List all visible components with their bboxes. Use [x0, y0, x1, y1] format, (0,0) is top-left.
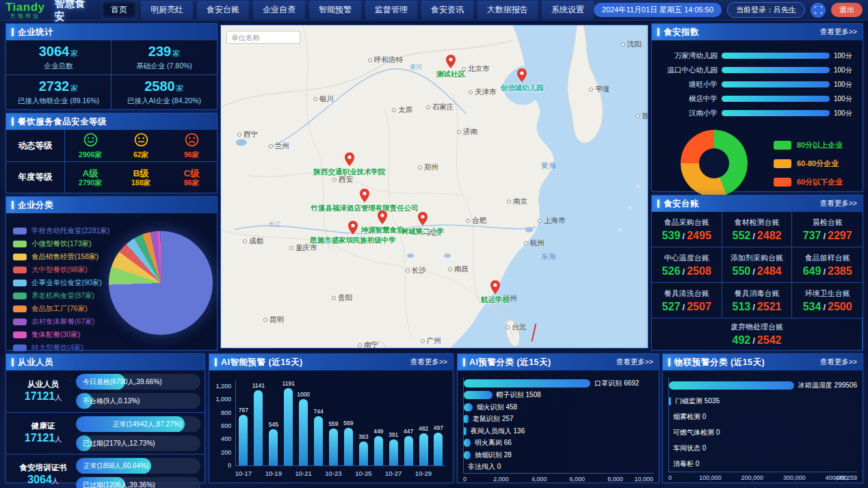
legend-swatch: [13, 254, 27, 260]
ledger-numbers: 513/2521: [733, 301, 782, 313]
map-marker-pin[interactable]: [378, 211, 387, 224]
panel-enterprise-class: 企业分类 学校含幼托食堂(2281家)小微型餐饮(173家)食品销售经营(158…: [5, 196, 218, 351]
map-marker-pin[interactable]: [418, 212, 428, 226]
panel-header: AI预警分类 (近15天) 查看更多>>: [458, 354, 659, 370]
nav-item-4[interactable]: 企业自查: [253, 1, 305, 19]
ledger-done-count: 527: [662, 301, 681, 312]
panel-safety-grade: 餐饮服务食品安全等级 动态等级2906家62家96家年度等级A级2790家B级1…: [5, 113, 218, 193]
logo-sub-text: 天地伟业: [5, 14, 44, 19]
nav-item-7[interactable]: 食安资讯: [421, 1, 473, 19]
map-city-6: 太原: [392, 105, 412, 115]
map-marker-pin[interactable]: [345, 152, 354, 166]
legend-swatch: [13, 293, 27, 299]
view-more-link[interactable]: 查看更多>>: [820, 199, 857, 208]
school-name: 塘旺小学: [655, 80, 718, 90]
nav-item-6[interactable]: 监督管理: [365, 1, 417, 19]
nav-item-5[interactable]: 智能预警: [309, 1, 361, 19]
ledger-separator: /: [823, 231, 826, 241]
ai-bar: [359, 442, 368, 465]
iot-class-chart: 冰箱温湿度 299506门磁监测 5035烟雾检测 0可燃气体检测 0车间状态 …: [663, 370, 863, 483]
nav-item-3[interactable]: 食安台账: [197, 1, 249, 19]
map-marker-label: 创信城幼儿园: [501, 83, 544, 93]
iot-class-label: 车间状态 0: [673, 444, 706, 453]
index-bar-fill: [722, 110, 830, 116]
ledger-numbers: 534/2500: [803, 301, 852, 313]
ai-x-label: 10-27: [380, 470, 407, 477]
map-marker-pin[interactable]: [517, 68, 527, 82]
city-name: 台北: [512, 323, 526, 332]
index-bar-track: [722, 67, 830, 73]
map-sea-label-2: 东海: [541, 252, 556, 262]
view-more-link[interactable]: 查看更多>>: [820, 27, 857, 37]
ai-bar-value: 1191: [282, 380, 295, 387]
ledger-name: 环境卫生台账: [805, 288, 850, 299]
index-bar-fill: [722, 67, 830, 73]
city-dot: [507, 200, 511, 204]
index-score: 100分: [834, 66, 856, 75]
logo-main-text: Tiandy: [5, 1, 44, 13]
nav-item-2[interactable]: 明厨亮灶: [141, 1, 193, 19]
logout-button[interactable]: 退出: [831, 3, 863, 17]
city-dot: [466, 219, 470, 223]
city-dot: [332, 178, 337, 182]
staff-row-2: 健康证17121人正常(14942人,87.27%)已过期(2179人,12.7…: [6, 412, 205, 454]
legend-label: 食品销售经营(158家): [31, 252, 98, 262]
map-city-8: 银川: [313, 94, 334, 104]
map-city-9: 西宁: [237, 130, 258, 139]
grade-count: 2790家: [65, 178, 116, 187]
staff-row-header: 从业人员17121人: [10, 379, 76, 404]
ledger-name: 食品采购台账: [664, 217, 709, 228]
staff-bar-1-1: 今日晨检(6790人,39.66%): [76, 374, 200, 390]
frown-face-icon: [166, 133, 217, 150]
panel-enterprise-stats: 企业统计 3064家企业总数239家基础企业 (7.80%)2732家已接入物联…: [5, 23, 218, 110]
city-dot: [505, 325, 510, 329]
staff-row-unit: 人: [52, 477, 59, 485]
ai-bar-slot-13: 48210-29: [417, 380, 430, 465]
ai-bar: [419, 433, 428, 465]
panel-header: 企业分类: [6, 197, 217, 213]
ai-bar-slot-6: 744: [312, 380, 326, 465]
staff-bar-2-1: 正常(14942人,87.27%): [76, 416, 200, 432]
fullscreen-button[interactable]: [811, 3, 826, 18]
city-dot: [358, 343, 362, 347]
china-map[interactable]: 沈阳呼和浩特北京市天津市石家庄太原济南银川西宁兰州郑州西安南京上海市合肥杭州武汉…: [220, 25, 648, 349]
view-more-link[interactable]: 查看更多>>: [410, 357, 447, 367]
ai-class-rows: 口罩识别 6692帽子识别 1508烟火识别 458老鼠识别 257夜间人员闯入…: [463, 377, 653, 473]
view-more-link[interactable]: 查看更多>>: [616, 357, 653, 367]
nav-right-group: 2024年11月01日 星期五 14:05:50 当前登录：吕先生 退出: [594, 2, 863, 18]
ledger-name: 食材检测台账: [734, 217, 779, 228]
index-score: 100分: [834, 80, 856, 90]
panel-ai-warning: AI智能预警 (近15天) 查看更多>> 76710-17114154510-1…: [209, 353, 453, 483]
map-marker-pin[interactable]: [348, 221, 358, 234]
datetime-pill: 2024年11月01日 星期五 14:05:50: [594, 3, 722, 17]
school-name: 横店中学: [655, 94, 718, 104]
grade-count: 2906家: [65, 150, 116, 159]
map-marker-label: 恩施市盛家坝民族初级中学: [310, 236, 396, 245]
legend-item-3: 食品销售经营(158家): [13, 250, 109, 263]
map-marker-pin[interactable]: [490, 280, 500, 294]
index-score: 100分: [834, 109, 856, 118]
city-name: 兰州: [275, 141, 289, 151]
ai-bar-value: 545: [269, 421, 278, 428]
ai-class-axis-tick: 8,000: [607, 476, 623, 483]
staff-row-bars: 正常(1858人,60.64%)已过期(1206人,39.36%): [76, 458, 200, 488]
map-marker-pin[interactable]: [446, 55, 456, 68]
map-city-16: 杭州: [524, 239, 544, 248]
ai-bar: [284, 388, 293, 465]
nav-item-1[interactable]: 首页: [101, 1, 137, 19]
nav-item-9[interactable]: 系统设置: [542, 1, 594, 19]
city-name: 南京: [513, 197, 527, 206]
nav-item-8[interactable]: 大数据报告: [477, 1, 538, 19]
ai-bar-slot-8: 569: [341, 380, 355, 465]
staff-row-total: 17121人: [10, 390, 76, 404]
city-dot: [269, 144, 273, 148]
donut-legend-label: 60-80分企业: [797, 159, 839, 169]
map-search-input[interactable]: [226, 31, 300, 44]
ledger-separator: /: [752, 302, 755, 312]
city-dot: [621, 42, 625, 46]
grade-level: B级: [116, 168, 166, 179]
ai-y-label: 800: [209, 409, 231, 416]
ai-bar: [254, 390, 263, 465]
view-more-link[interactable]: 查看更多>>: [820, 357, 857, 367]
map-marker-pin[interactable]: [360, 189, 369, 202]
